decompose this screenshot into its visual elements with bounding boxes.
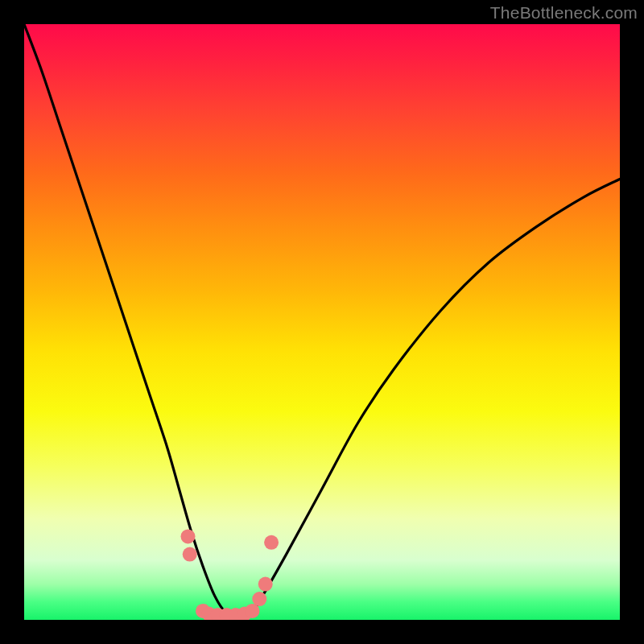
watermark-text: TheBottleneck.com [490,3,638,23]
chart-frame: TheBottleneck.com [0,0,644,644]
highlight-dot [181,529,196,543]
highlight-dot [264,535,279,550]
bottleneck-curve [24,24,620,620]
highlight-dot [183,547,197,562]
plot-area [24,24,620,620]
curve-layer [24,24,620,620]
highlight-dot [258,577,273,592]
highlight-dot [252,592,266,606]
